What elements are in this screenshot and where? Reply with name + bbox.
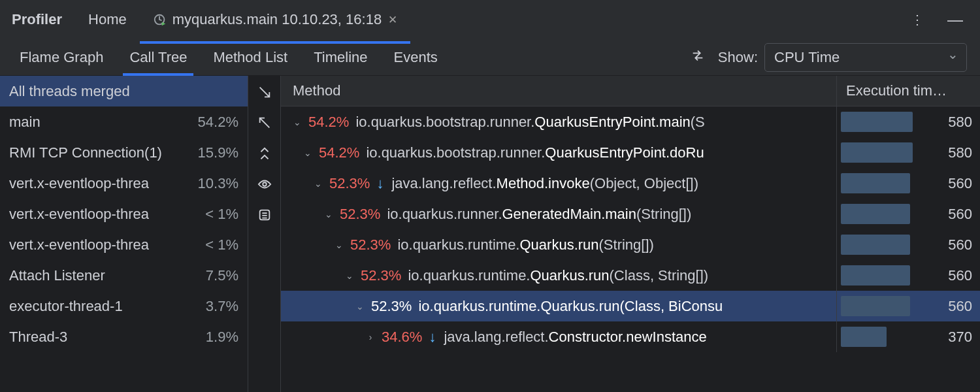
thread-row[interactable]: Attach Listener7.5% <box>0 260 248 291</box>
execution-time-bar <box>841 265 910 286</box>
metric-dropdown[interactable]: CPU Time <box>764 43 967 72</box>
thread-percent: < 1% <box>205 206 238 223</box>
chevron-down-icon[interactable]: ⌄ <box>290 117 304 127</box>
more-options-icon[interactable]: ⋮ <box>899 12 937 27</box>
percent: 54.2% <box>308 114 349 131</box>
method-signature: io.quarkus.runtime.Quarkus.run(Class, Bi… <box>418 298 832 315</box>
chevron-down-icon[interactable]: ⌄ <box>342 270 357 281</box>
tree-row[interactable]: ⌄52.3%↓java.lang.reflect.Method.invoke(O… <box>281 168 980 199</box>
percent: 52.3% <box>329 175 370 192</box>
list-icon[interactable] <box>257 208 272 225</box>
thread-percent: < 1% <box>205 237 238 253</box>
expand-down-icon[interactable] <box>257 85 272 103</box>
collapse-up-icon[interactable] <box>257 116 272 133</box>
column-header-execution-time[interactable]: Execution tim… <box>836 76 980 106</box>
minimize-icon[interactable]: — <box>937 10 973 29</box>
method-signature: io.quarkus.runner.GeneratedMain.main(Str… <box>387 206 832 223</box>
show-label: Show: <box>718 49 758 66</box>
method-signature: io.quarkus.runtime.Quarkus.run(Class, St… <box>408 267 832 284</box>
percent: 54.2% <box>319 144 359 161</box>
thread-name: All threads merged <box>9 83 130 100</box>
thread-row[interactable]: All threads merged <box>0 76 248 106</box>
execution-time-bar <box>841 204 910 224</box>
tree-row[interactable]: ⌄54.2%io.quarkus.bootstrap.runner.Quarku… <box>281 106 980 137</box>
chevron-right-icon[interactable]: › <box>363 332 378 342</box>
thread-row[interactable]: main54.2% <box>0 106 248 137</box>
subtab-events[interactable]: Events <box>381 40 451 75</box>
execution-time-cell: 370 <box>836 321 980 352</box>
thread-percent: 3.7% <box>206 298 238 315</box>
thread-name: RMI TCP Connection(1) <box>9 144 162 161</box>
tree-row[interactable]: ⌄52.3%io.quarkus.runtime.Quarkus.run(Str… <box>281 229 980 260</box>
thread-name: vert.x-eventloop-threa <box>9 175 149 192</box>
column-header-method[interactable]: Method <box>281 82 836 99</box>
execution-time-value: 560 <box>948 267 972 284</box>
thread-name: Thread-3 <box>9 329 67 346</box>
percent: 52.3% <box>340 206 380 223</box>
tab-snapshot[interactable]: myquarkus.main 10.10.23, 16:18 ✕ <box>140 2 410 37</box>
execution-time-value: 560 <box>948 237 972 253</box>
execution-time-bar <box>841 112 913 132</box>
tree-row[interactable]: ⌄52.3%io.quarkus.runtime.Quarkus.run(Cla… <box>281 291 980 321</box>
subtab-flame-graph[interactable]: Flame Graph <box>7 40 116 75</box>
thread-row[interactable]: Thread-31.9% <box>0 321 248 352</box>
execution-time-cell: 580 <box>836 106 980 137</box>
chevron-down-icon[interactable]: ⌄ <box>353 301 367 312</box>
thread-name: Attach Listener <box>9 267 105 284</box>
chevron-down-icon[interactable]: ⌄ <box>321 209 336 220</box>
tree-row[interactable]: ⌄52.3%io.quarkus.runner.GeneratedMain.ma… <box>281 199 980 229</box>
thread-row[interactable]: vert.x-eventloop-threa< 1% <box>0 229 248 260</box>
chevron-down-icon[interactable]: ⌄ <box>301 148 315 158</box>
execution-time-bar <box>841 296 910 316</box>
method-signature: io.quarkus.bootstrap.runner.QuarkusEntry… <box>355 114 832 131</box>
percent: 52.3% <box>350 237 391 253</box>
execution-time-value: 580 <box>948 144 972 161</box>
subtab-call-tree[interactable]: Call Tree <box>116 40 200 75</box>
collapse-all-icon[interactable] <box>257 146 272 164</box>
thread-row[interactable]: executor-thread-13.7% <box>0 291 248 321</box>
percent: 34.6% <box>382 329 422 346</box>
filtered-call-icon: ↓ <box>376 175 384 192</box>
method-signature: io.quarkus.runtime.Quarkus.run(String[]) <box>397 237 832 253</box>
tree-row[interactable]: ›34.6%↓java.lang.reflect.Constructor.new… <box>281 321 980 352</box>
thread-name: vert.x-eventloop-threa <box>9 206 149 223</box>
thread-percent: 54.2% <box>198 114 238 131</box>
method-signature: java.lang.reflect.Method.invoke(Object, … <box>391 175 832 192</box>
method-signature: io.quarkus.bootstrap.runner.QuarkusEntry… <box>366 144 832 161</box>
swap-focus-icon[interactable] <box>678 48 718 66</box>
percent: 52.3% <box>361 267 401 284</box>
execution-time-value: 560 <box>948 175 972 192</box>
thread-row[interactable]: RMI TCP Connection(1)15.9% <box>0 137 248 168</box>
execution-time-cell: 580 <box>836 137 980 168</box>
tree-row[interactable]: ⌄52.3%io.quarkus.runtime.Quarkus.run(Cla… <box>281 260 980 291</box>
execution-time-bar <box>841 173 910 193</box>
thread-row[interactable]: vert.x-eventloop-threa< 1% <box>0 199 248 229</box>
thread-percent: 7.5% <box>206 267 238 284</box>
tab-home[interactable]: Home <box>75 2 140 37</box>
execution-time-cell: 560 <box>836 199 980 229</box>
execution-time-value: 560 <box>948 298 972 315</box>
tool-window-title: Profiler <box>7 2 75 37</box>
tree-row[interactable]: ⌄54.2%io.quarkus.bootstrap.runner.Quarku… <box>281 137 980 168</box>
execution-time-cell: 560 <box>836 291 980 321</box>
subtab-timeline[interactable]: Timeline <box>301 40 380 75</box>
svg-point-1 <box>263 182 267 186</box>
subtab-method-list[interactable]: Method List <box>200 40 301 75</box>
execution-time-cell: 560 <box>836 168 980 199</box>
execution-time-bar <box>841 327 887 347</box>
thread-list: All threads mergedmain54.2%RMI TCP Conne… <box>0 76 248 392</box>
chevron-down-icon[interactable]: ⌄ <box>311 178 325 189</box>
execution-time-value: 370 <box>948 329 972 346</box>
execution-time-value: 580 <box>948 114 972 131</box>
execution-time-cell: 560 <box>836 229 980 260</box>
thread-percent: 1.9% <box>206 329 238 346</box>
method-signature: java.lang.reflect.Constructor.newInstanc… <box>444 329 832 346</box>
thread-percent: 10.3% <box>198 175 238 192</box>
thread-name: main <box>9 114 41 131</box>
execution-time-bar <box>841 235 910 255</box>
thread-name: vert.x-eventloop-threa <box>9 237 149 253</box>
close-icon[interactable]: ✕ <box>388 13 397 27</box>
thread-row[interactable]: vert.x-eventloop-threa10.3% <box>0 168 248 199</box>
eye-icon[interactable] <box>257 177 272 195</box>
chevron-down-icon[interactable]: ⌄ <box>332 240 346 250</box>
